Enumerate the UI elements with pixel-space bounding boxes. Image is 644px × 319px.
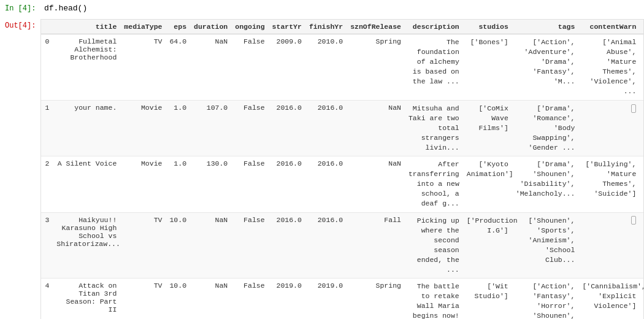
table-cell: The foundation of alchemy is based on th… (405, 34, 463, 101)
table-cell: 2019.0 (269, 279, 305, 319)
table-cell: ['Production I.G'] (463, 212, 512, 279)
table-cell: ['Drama', 'Shounen', 'Disability', 'Mela… (512, 156, 579, 212)
table-cell: The battle to retake Wall Maria begins n… (405, 279, 463, 319)
table-cell: 0 (41, 34, 53, 101)
col-finishyr: finishYr (305, 20, 347, 34)
table-cell: NaN (190, 212, 231, 279)
table-cell: ['Bullying', 'Mature Themes', 'Suicide'] (578, 156, 640, 212)
table-cell: 2010.0 (305, 34, 347, 101)
table-cell: NaN (347, 156, 405, 212)
table-cell: False (231, 100, 268, 156)
table-cell: ['Shounen', 'Sports', 'Animeism', 'Schoo… (512, 212, 579, 279)
table-cell: your name. (53, 100, 120, 156)
table-cell: 58831.0 (640, 100, 644, 156)
col-sznofrelease: sznOfRelease (347, 20, 405, 34)
table-cell: 2016.0 (305, 156, 347, 212)
table-cell: 45892.0 (640, 156, 644, 212)
table-cell: ['Kyoto Animation'] (463, 156, 512, 212)
table-cell: False (231, 156, 268, 212)
table-cell: 2016.0 (269, 212, 305, 279)
col-duration: duration (190, 20, 231, 34)
col-ongoing: ongoing (231, 20, 268, 34)
table-row: 2A Silent VoiceMovie1.0130.0False2016.02… (41, 156, 644, 212)
table-row: 4Attack on Titan 3rd Season: Part IITV10… (41, 279, 644, 319)
table-cell: Haikyuu!! Karasuno High School vs Shirat… (53, 212, 120, 279)
col-contentwarn: contentWarn (578, 20, 640, 34)
table-cell: ['Drama', 'Romance', 'Body Swapping', 'G… (512, 100, 579, 156)
col-tags: tags (512, 20, 579, 34)
table-cell: 1.0 (166, 156, 190, 212)
null-icon (631, 216, 636, 225)
col-startyr: startYr (269, 20, 305, 34)
col-index (41, 20, 53, 34)
table-cell: 1.0 (166, 100, 190, 156)
col-eps: eps (166, 20, 190, 34)
table-cell: Spring (347, 279, 405, 319)
table-cell: After transferring into a new school, a … (405, 156, 463, 212)
col-title: title (53, 20, 120, 34)
cell-input: In [4]: df.head() (0, 0, 644, 17)
table-cell: Movie (120, 100, 166, 156)
table-cell: ['CoMix Wave Films'] (463, 100, 512, 156)
col-mediatype: mediaType (120, 20, 166, 34)
table-cell: A Silent Voice (53, 156, 120, 212)
table-cell: NaN (190, 34, 231, 101)
table-cell: ['Cannibalism', 'Explicit Violence'] (578, 279, 640, 319)
table-cell: Attack on Titan 3rd Season: Part II (53, 279, 120, 319)
table-cell: Spring (347, 34, 405, 101)
table-cell: 2 (41, 156, 53, 212)
table-cell: 2016.0 (305, 212, 347, 279)
table-cell: Movie (120, 156, 166, 212)
table-row: 0Fullmetal Alchemist: BrotherhoodTV64.0N… (41, 34, 644, 101)
table-cell: ['Action', 'Adventure', 'Drama', 'Fantas… (512, 34, 579, 101)
table-cell: 2016.0 (305, 100, 347, 156)
table-cell: ['Action', 'Fantasy', 'Horror', 'Shounen… (512, 279, 579, 319)
table-cell: False (231, 279, 268, 319)
table-cell: 10.0 (166, 212, 190, 279)
table-cell: 2016.0 (269, 156, 305, 212)
table-cell: TV (120, 212, 166, 279)
table-cell: ['Animal Abuse', 'Mature Themes', 'Viole… (578, 34, 640, 101)
table-cell: NaN (190, 279, 231, 319)
table-cell: 3 (41, 212, 53, 279)
table-cell: 2016.0 (269, 100, 305, 156)
table-cell: 2009.0 (269, 34, 305, 101)
table-row: 3Haikyuu!! Karasuno High School vs Shira… (41, 212, 644, 279)
null-icon (631, 104, 636, 113)
table-cell: 1 (41, 100, 53, 156)
output-label-col: Out[4]: (0, 19, 40, 33)
input-label: In [4]: (5, 4, 42, 13)
table-cell: NaN (347, 100, 405, 156)
output-label: Out[4]: (5, 19, 36, 30)
table-container[interactable]: title mediaType eps duration ongoing sta… (40, 19, 644, 319)
table-row: 1your name.Movie1.0107.0False2016.02016.… (41, 100, 644, 156)
dataframe-table: title mediaType eps duration ongoing sta… (41, 20, 644, 319)
output-area: Out[4]: title mediaType eps duration ong… (0, 17, 644, 319)
table-cell: ['Wit Studio'] (463, 279, 512, 319)
table-cell: 4 (41, 279, 53, 319)
table-cell: ['Bones'] (463, 34, 512, 101)
table-cell: Picking up where the second season ended… (405, 212, 463, 279)
table-cell: 10.0 (166, 279, 190, 319)
col-studios: studios (463, 20, 512, 34)
table-header-row: title mediaType eps duration ongoing sta… (41, 20, 644, 34)
table-cell: 130.0 (190, 156, 231, 212)
col-watched: watched (640, 20, 644, 34)
col-description: description (405, 20, 463, 34)
notebook-cell: In [4]: df.head() Out[4]: title mediaTyp… (0, 0, 644, 319)
table-cell: TV (120, 34, 166, 101)
table-cell: TV (120, 279, 166, 319)
table-cell: 64.0 (166, 34, 190, 101)
table-cell: False (231, 34, 268, 101)
table-cell: 103707.0 (640, 34, 644, 101)
table-cell: Fall (347, 212, 405, 279)
cell-code: df.head() (42, 2, 90, 14)
table-cell: 25134.0 (640, 212, 644, 279)
table-cell (578, 212, 640, 279)
table-cell: Fullmetal Alchemist: Brotherhood (53, 34, 120, 101)
table-cell: Mitsuha and Taki are two total strangers… (405, 100, 463, 156)
table-cell (578, 100, 640, 156)
table-cell: 2019.0 (305, 279, 347, 319)
table-cell: 107.0 (190, 100, 231, 156)
table-cell: False (231, 212, 268, 279)
